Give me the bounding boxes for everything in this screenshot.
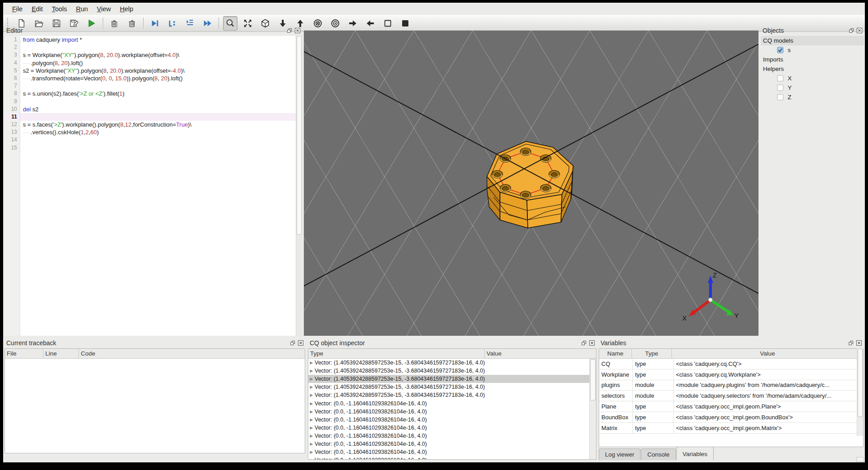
- inspector-row[interactable]: ▶Vector: (0.0, -1.1604610293826104e-16, …: [308, 424, 589, 432]
- variable-row[interactable]: CQtype<class 'cadquery.cq.CQ'>: [599, 359, 863, 369]
- tree-y[interactable]: Y: [761, 83, 864, 92]
- expand-arrow-icon[interactable]: ▶: [308, 369, 315, 373]
- code-line-9[interactable]: [20, 98, 296, 105]
- float-panel-icon[interactable]: [289, 340, 296, 346]
- float-panel-icon[interactable]: [286, 27, 293, 34]
- expand-arrow-icon[interactable]: ▶: [308, 377, 315, 381]
- tab-log-viewer[interactable]: Log viewer: [599, 448, 640, 460]
- expand-arrow-icon[interactable]: ▶: [308, 450, 315, 454]
- checkbox-icon[interactable]: [777, 94, 784, 101]
- close-panel-icon[interactable]: [298, 340, 304, 346]
- view-right-icon[interactable]: [346, 16, 360, 31]
- inspector-row[interactable]: ▶Vector: (1.4053924288597253e-15, -3.680…: [308, 391, 589, 399]
- code-line-8[interactable]: s = s.union(s2).faces('>Z or <Z').fillet…: [20, 90, 296, 97]
- variable-row[interactable]: selectorsmodule<module 'cadquery.selecto…: [599, 391, 863, 401]
- inspector-row[interactable]: ▶Vector: (1.4053924288597253e-15, -3.680…: [308, 367, 589, 375]
- tree-cq-models[interactable]: CQ models: [761, 36, 864, 45]
- checkbox-icon[interactable]: [777, 47, 784, 53]
- code-line-13[interactable]: ····.vertices().cskHole(1,2,60): [20, 128, 296, 136]
- expand-arrow-icon[interactable]: ▶: [308, 385, 315, 389]
- code-line-14[interactable]: [20, 136, 296, 144]
- variable-row[interactable]: BoundBoxtype<class 'cadquery.occ_impl.ge…: [599, 412, 863, 423]
- menu-run[interactable]: Run: [71, 4, 92, 14]
- inspector-row[interactable]: ▶Vector: (0.0, -1.1604610293826104e-16, …: [308, 456, 589, 459]
- close-panel-icon[interactable]: [294, 27, 301, 34]
- shaded-view-icon[interactable]: [398, 16, 412, 31]
- code-line-10[interactable]: del s2: [20, 105, 296, 113]
- close-panel-icon[interactable]: [589, 340, 595, 346]
- expand-arrow-icon[interactable]: ▶: [308, 442, 315, 446]
- view-back-icon[interactable]: [328, 16, 342, 31]
- inspector-row[interactable]: ▶Vector: (1.4053924288597253e-15, -3.680…: [308, 383, 589, 391]
- variable-row[interactable]: Workplanetype<class 'cadquery.cq.Workpla…: [599, 369, 863, 380]
- inspector-scrollbar-thumb[interactable]: [590, 359, 596, 400]
- float-panel-icon[interactable]: [581, 340, 587, 346]
- view-left-icon[interactable]: [363, 16, 377, 31]
- code-line-7[interactable]: [20, 82, 296, 90]
- tree-s[interactable]: s: [761, 45, 864, 55]
- variables-scrollbar[interactable]: [857, 348, 863, 436]
- variables-scrollbar-thumb[interactable]: [858, 349, 863, 417]
- tab-variables[interactable]: Variables: [676, 447, 714, 460]
- inspector-row[interactable]: ▶Vector: (0.0, -1.1604610293826104e-16, …: [308, 416, 589, 424]
- float-panel-icon[interactable]: [848, 340, 854, 346]
- wireframe-view-icon[interactable]: [381, 16, 395, 31]
- expand-arrow-icon[interactable]: ▶: [308, 434, 315, 438]
- code-line-3[interactable]: s = Workplane("XY").polygon(8, 20.0).wor…: [20, 51, 296, 59]
- inspector-col-value[interactable]: Value: [485, 349, 596, 358]
- tab-console[interactable]: Console: [641, 448, 676, 460]
- menu-tools[interactable]: Tools: [47, 4, 71, 14]
- code-line-2[interactable]: [20, 44, 296, 51]
- close-panel-icon[interactable]: [856, 340, 862, 346]
- code-line-15[interactable]: [20, 144, 296, 152]
- editor-scrollbar[interactable]: [296, 36, 302, 336]
- tree-x[interactable]: X: [761, 74, 864, 83]
- close-panel-icon[interactable]: [856, 27, 863, 34]
- expand-arrow-icon[interactable]: ▶: [308, 401, 315, 406]
- inspector-row[interactable]: ▶Vector: (0.0, -1.1604610293826104e-16, …: [308, 432, 589, 440]
- inspector-row[interactable]: ▶Vector: (1.4053924288597253e-15, -3.680…: [308, 375, 589, 383]
- menu-edit[interactable]: Edit: [27, 4, 47, 14]
- menu-file[interactable]: File: [8, 4, 27, 14]
- inspector-row[interactable]: ▶Vector: (0.0, -1.1604610293826104e-16, …: [308, 399, 589, 407]
- tree-helpers[interactable]: Helpers: [761, 64, 864, 74]
- inspector-row[interactable]: ▶Vector: (0.0, -1.1604610293826104e-16, …: [308, 440, 589, 448]
- menu-view[interactable]: View: [92, 4, 115, 14]
- code-line-1[interactable]: from cadquery import *: [20, 36, 296, 44]
- code-editor[interactable]: 123456789101112131415 from cadquery impo…: [4, 36, 302, 336]
- inspector-scrollbar[interactable]: [589, 359, 596, 459]
- variables-col-value[interactable]: Value: [672, 349, 863, 358]
- view-front-icon[interactable]: [311, 16, 325, 31]
- code-line-11[interactable]: [20, 113, 296, 121]
- tree-z[interactable]: Z: [761, 92, 864, 102]
- inspector-row[interactable]: ▶Vector: (0.0, -1.1604610293826104e-16, …: [308, 408, 589, 416]
- inspector-row[interactable]: ▶Vector: (1.4053924288597253e-15, -3.680…: [308, 359, 589, 367]
- expand-arrow-icon[interactable]: ▶: [308, 458, 315, 459]
- expand-arrow-icon[interactable]: ▶: [308, 409, 315, 414]
- expand-arrow-icon[interactable]: ▶: [308, 417, 315, 422]
- variable-row[interactable]: pluginsmodule<module 'cadquery.plugins' …: [599, 380, 863, 391]
- code-line-5[interactable]: s2 = Workplane("XY").polygon(8, 20.0).wo…: [20, 67, 296, 75]
- editor-scrollbar-thumb[interactable]: [297, 36, 302, 235]
- checkbox-icon[interactable]: [777, 75, 784, 82]
- expand-arrow-icon[interactable]: ▶: [308, 393, 315, 397]
- code-line-4[interactable]: ····.polygon(8, 20).loft(): [20, 59, 296, 67]
- variable-row[interactable]: Matrixtype<class 'cadquery.occ_impl.geom…: [599, 423, 863, 434]
- traceback-col-code[interactable]: Code: [79, 349, 305, 358]
- code-line-6[interactable]: ····.transformed(rotate=Vector(0, 0, 15.…: [20, 75, 296, 82]
- editor-code-area[interactable]: from cadquery import *s = Workplane("XY"…: [20, 36, 296, 336]
- variables-col-type[interactable]: Type: [632, 349, 672, 358]
- cad-model[interactable]: [478, 136, 577, 229]
- float-panel-icon[interactable]: [848, 27, 855, 34]
- code-line-12[interactable]: s = s.faces('>Z').workplane().polygon(8,…: [20, 121, 296, 128]
- 3d-viewport[interactable]: Z X Y: [304, 31, 758, 336]
- expand-arrow-icon[interactable]: ▶: [308, 360, 315, 365]
- inspector-row[interactable]: ▶Vector: (0.0, -1.1604610293826104e-16, …: [308, 448, 589, 456]
- checkbox-icon[interactable]: [777, 84, 784, 91]
- tree-imports[interactable]: Imports: [761, 55, 864, 64]
- resize-grip[interactable]: [856, 457, 864, 462]
- variable-row[interactable]: Planetype<class 'cadquery.occ_impl.geom.…: [599, 401, 863, 412]
- inspector-col-type[interactable]: Type: [308, 349, 485, 358]
- variables-col-name[interactable]: Name: [599, 349, 632, 358]
- menu-help[interactable]: Help: [115, 4, 138, 14]
